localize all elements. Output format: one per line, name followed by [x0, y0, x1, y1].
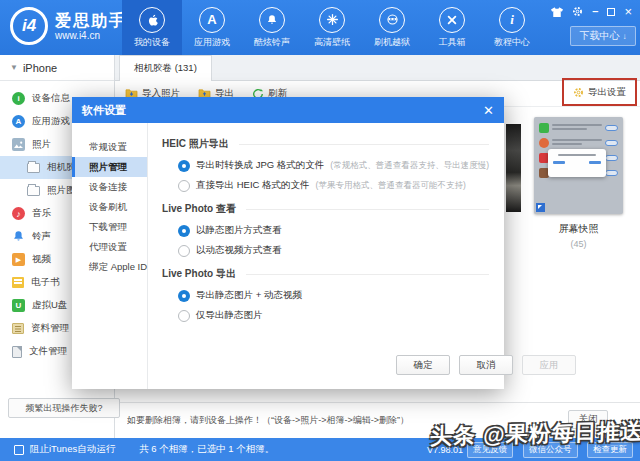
app-window: i4 爱思助手 www.i4.cn 我的设备 A 应用游戏 酷炫铃声: [0, 0, 640, 461]
toolbox-icon: [439, 7, 465, 33]
album-name: 屏幕快照: [534, 222, 623, 236]
section-title: HEIC 照片导出: [162, 137, 229, 151]
section-heic-export: HEIC 照片导出 导出时转换成 JPG 格式的文件 (常规格式、普通查看器支持…: [162, 137, 489, 192]
radio-icon: [178, 310, 190, 322]
nav-tab-wallpapers[interactable]: 高清壁纸: [302, 0, 362, 55]
notice-bar: 如要删除相簿，请到设备上操作！（“设备->照片->相簿->编辑->删除”） 关闭: [115, 402, 640, 438]
apple-icon: [139, 7, 165, 33]
block-itunes-label: 阻止iTunes自动运行: [30, 443, 115, 456]
dialog-close-icon[interactable]: ✕: [483, 103, 494, 118]
section-livephoto-view: Live Photo 查看 以静态图片方式查看 以动态视频方式查看: [162, 202, 489, 257]
appstore-icon: A: [12, 115, 25, 128]
app-title: 爱思助手: [55, 12, 127, 30]
window-controls: – ×: [551, 6, 632, 17]
radio-option-jpg-convert[interactable]: 导出时转换成 JPG 格式的文件 (常规格式、普通查看器支持、导出速度慢): [178, 159, 489, 172]
tab-camera-roll[interactable]: 相机胶卷 (131): [119, 55, 212, 81]
maximize-icon[interactable]: [607, 8, 615, 16]
radio-option-heic-direct[interactable]: 直接导出 HEIC 格式的文件 (苹果专用格式、普通查看器可能不支持): [178, 179, 489, 192]
album-count: (45): [534, 239, 623, 249]
section-title: Live Photo 查看: [162, 202, 236, 216]
nav-tab-label: 高清壁纸: [314, 36, 350, 49]
screenshot-thumbnail[interactable]: [534, 117, 623, 214]
dialog-menu-device-flash[interactable]: 设备刷机: [72, 197, 147, 217]
export-settings-annotation[interactable]: 导出设置: [562, 78, 637, 106]
radio-option-view-video[interactable]: 以动态视频方式查看: [178, 244, 489, 257]
nav-tab-label: 应用游戏: [194, 36, 230, 49]
dialog-menu-bind-apple-id[interactable]: 绑定 Apple ID: [72, 257, 147, 277]
export-settings-label: 导出设置: [588, 86, 626, 99]
screenshot-popup: [548, 149, 606, 177]
data-icon: [12, 323, 24, 334]
gear-icon: [573, 87, 584, 98]
app-url: www.i4.cn: [55, 30, 127, 41]
app-icon: [539, 123, 549, 133]
software-settings-dialog: 软件设置 ✕ 常规设置 照片管理 设备连接 设备刷机 下载管理 代理设置 绑定 …: [72, 97, 504, 389]
nav-tab-app-games[interactable]: A 应用游戏: [182, 0, 242, 55]
app-logo: i4 爱思助手 www.i4.cn: [10, 7, 127, 45]
dialog-content: HEIC 照片导出 导出时转换成 JPG 格式的文件 (常规格式、普通查看器支持…: [148, 123, 505, 389]
dialog-menu-photo-management[interactable]: 照片管理: [72, 157, 147, 177]
nav-tab-label: 工具箱: [439, 36, 466, 49]
notice-close-button[interactable]: 关闭: [568, 410, 608, 429]
nav-tab-toolbox[interactable]: 工具箱: [422, 0, 482, 55]
status-bar: 阻止iTunes自动运行 共 6 个相簿，已选中 1 个相簿。 V7.98.01…: [0, 438, 640, 461]
check-update-button[interactable]: 检查更新: [587, 442, 633, 458]
close-icon[interactable]: ×: [624, 6, 632, 17]
operation-failure-button[interactable]: 频繁出现操作失败?: [8, 398, 120, 418]
book-icon: [12, 277, 24, 288]
section-title: Live Photo 导出: [162, 267, 236, 281]
nav-tab-tutorials[interactable]: i 教程中心: [482, 0, 542, 55]
radio-selected-icon: [178, 225, 190, 237]
block-itunes-checkbox[interactable]: [14, 445, 24, 455]
radio-option-export-still-only[interactable]: 仅导出静态图片: [178, 309, 489, 322]
cancel-button[interactable]: 取消: [459, 355, 513, 375]
radio-option-view-still[interactable]: 以静态图片方式查看: [178, 224, 489, 237]
apply-button[interactable]: 应用: [522, 355, 576, 375]
feedback-button[interactable]: 意见反馈: [467, 442, 513, 458]
nav-tab-my-devices[interactable]: 我的设备: [122, 0, 182, 55]
open-pill: [605, 140, 618, 146]
dialog-titlebar: 软件设置 ✕: [72, 97, 504, 123]
radio-option-export-both[interactable]: 导出静态图片 + 动态视频: [178, 289, 489, 302]
version-label: V7.98.01: [427, 445, 463, 455]
dialog-title: 软件设置: [82, 103, 126, 118]
notice-text: 如要删除相簿，请到设备上操作！（“设备->照片->相簿->编辑->删除”）: [127, 414, 409, 427]
nav-tab-ringtones[interactable]: 酷炫铃声: [242, 0, 302, 55]
dialog-menu-proxy-settings[interactable]: 代理设置: [72, 237, 147, 257]
albums-summary: 共 6 个相簿，已选中 1 个相簿。: [139, 443, 274, 456]
dialog-menu-device-connection[interactable]: 设备连接: [72, 177, 147, 197]
usb-icon: U: [12, 299, 25, 312]
radio-icon: [178, 180, 190, 192]
file-icon: [12, 346, 22, 358]
dialog-menu-general[interactable]: 常规设置: [72, 137, 147, 157]
ok-button[interactable]: 确定: [396, 355, 450, 375]
radio-icon: [178, 245, 190, 257]
app-icon: [539, 138, 549, 148]
music-icon: ♪: [12, 207, 25, 220]
open-pill: [605, 155, 618, 161]
album-screenshots: 屏幕快照 (45): [534, 117, 623, 249]
device-name: iPhone: [23, 62, 57, 74]
chevron-down-icon: ▼: [10, 63, 18, 72]
open-pill: [605, 170, 618, 176]
settings-gear-icon[interactable]: [572, 6, 583, 17]
appstore-icon: A: [199, 7, 225, 33]
radio-selected-icon: [178, 290, 190, 302]
download-center-button[interactable]: 下载中心 ↓: [570, 26, 636, 46]
nav-tab-jailbreak[interactable]: 刷机越狱: [362, 0, 422, 55]
folder-icon: [27, 163, 40, 173]
tutorial-icon: i: [499, 7, 525, 33]
bell-icon: [259, 7, 285, 33]
logo-badge: i4: [10, 7, 48, 45]
nav-tab-label: 刷机越狱: [374, 36, 410, 49]
jailbreak-icon: [379, 7, 405, 33]
photo-thumbnail-partial[interactable]: [506, 124, 521, 212]
skin-icon[interactable]: [551, 7, 563, 17]
device-selector[interactable]: ▼ iPhone: [0, 55, 114, 81]
minimize-icon[interactable]: –: [592, 6, 598, 17]
video-icon: ▶: [12, 253, 25, 266]
section-livephoto-export: Live Photo 导出 导出静态图片 + 动态视频 仅导出静态图片: [162, 267, 489, 322]
wechat-account-button[interactable]: 微信公众号: [523, 442, 578, 458]
folder-icon: [27, 186, 40, 196]
dialog-menu-download-management[interactable]: 下载管理: [72, 217, 147, 237]
